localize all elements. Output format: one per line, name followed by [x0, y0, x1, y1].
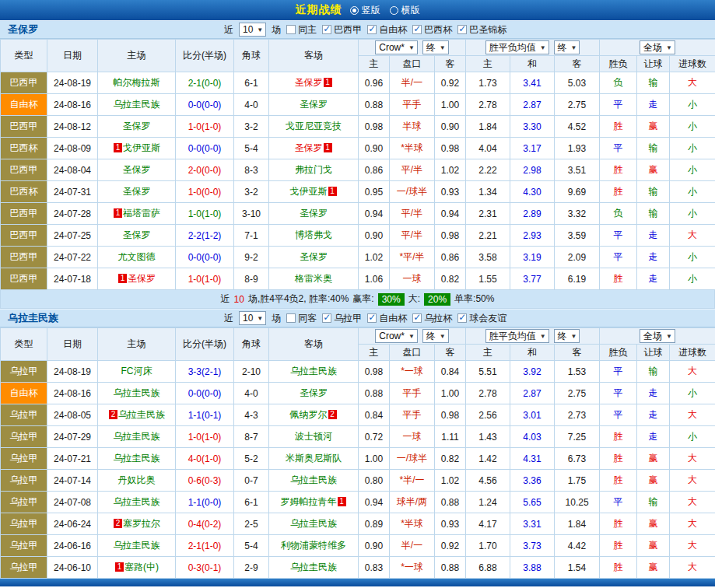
radio-icon[interactable]	[390, 6, 398, 15]
away-team-name[interactable]: 米斯奥尼斯队	[286, 453, 342, 464]
competition-checkbox-2[interactable]: 乌拉杯	[412, 312, 452, 325]
odds-stage-select[interactable]: 终▼	[422, 329, 449, 343]
away-team-name[interactable]: 戈亚尼亚竞技	[286, 121, 342, 131]
home-team-name[interactable]: 乌拉圭民族	[114, 453, 160, 464]
score-cell: 1-0(0-0)	[176, 181, 234, 203]
away-team-name[interactable]: 戈伊亚斯	[290, 186, 328, 197]
away-team-name[interactable]: 圣保罗	[295, 142, 323, 153]
recent-count-select[interactable]: 10▼	[239, 311, 266, 325]
checkbox-icon[interactable]	[322, 25, 331, 34]
red-card-badge: 1	[115, 562, 124, 572]
page-title: 近期战绩	[296, 3, 342, 17]
away-team-name[interactable]: 圣保罗	[300, 99, 328, 110]
avg-draw: 4.30	[510, 181, 555, 203]
away-team: 利物浦蒙特维多	[269, 535, 359, 557]
same-venue-checkbox[interactable]: 同主	[286, 23, 317, 37]
home-team-name[interactable]: 乌拉圭民族	[114, 99, 160, 110]
away-team-name[interactable]: 圣保罗	[300, 251, 328, 262]
home-team-name[interactable]: 乌拉圭民族	[114, 387, 160, 398]
away-team-name[interactable]: 博塔弗戈	[295, 229, 332, 240]
away-team-name[interactable]: 乌拉圭民族	[290, 562, 337, 572]
home-team-name[interactable]: 圣保罗	[123, 121, 151, 131]
radio-icon[interactable]	[350, 6, 359, 15]
away-team-name[interactable]: 格雷米奥	[295, 273, 332, 284]
odds-company-select[interactable]: Crow*▼	[375, 329, 418, 343]
competition-checkbox-1[interactable]: 自由杯	[367, 312, 407, 325]
avg-home: 1.84	[466, 116, 510, 138]
home-team-name[interactable]: 圣保罗	[123, 229, 151, 240]
avg-stage-select[interactable]: 终▼	[554, 40, 580, 54]
away-team-name[interactable]: 圣保罗	[300, 208, 328, 219]
home-team-name[interactable]: 尤文图德	[118, 251, 156, 262]
avg-home: 3.58	[466, 247, 510, 268]
competition-badge: 乌拉甲	[1, 404, 47, 426]
home-team-name[interactable]: FC河床	[121, 366, 152, 376]
competition-checkbox-1[interactable]: 自由杯	[367, 23, 407, 37]
away-team-name[interactable]: 弗拉门戈	[295, 164, 332, 175]
checkbox-icon[interactable]	[367, 313, 377, 323]
odds-home: 0.90	[359, 138, 390, 159]
competition-badge: 巴西杯	[1, 181, 47, 203]
scope-select[interactable]: 全场▼	[640, 40, 675, 54]
away-team: 佩纳罗尔2	[269, 404, 359, 426]
checkbox-icon[interactable]	[457, 313, 467, 323]
checkbox-icon[interactable]	[457, 25, 467, 34]
avg-odds-select[interactable]: 胜平负均值▼	[485, 329, 549, 343]
home-team-name[interactable]: 乌拉圭民族	[114, 540, 160, 551]
checkbox-icon[interactable]	[322, 313, 331, 323]
competition-checkbox-3[interactable]: 球会友谊	[457, 312, 506, 325]
result-goals: 大	[670, 557, 715, 579]
home-team-name[interactable]: 福塔雷萨	[123, 208, 160, 219]
checkbox-icon[interactable]	[412, 313, 422, 323]
home-team-name[interactable]: 乌拉圭民族	[114, 496, 160, 507]
home-team-name[interactable]: 圣保罗	[123, 164, 151, 175]
score-cell: 0-6(0-3)	[176, 470, 234, 492]
away-team-name[interactable]: 乌拉圭民族	[290, 474, 337, 485]
away-team-name[interactable]: 乌拉圭民族	[290, 518, 337, 529]
checkbox-icon[interactable]	[286, 313, 296, 323]
odds-away: 0.98	[435, 225, 466, 247]
away-team-name[interactable]: 圣保罗	[300, 387, 328, 398]
odds-stage-select[interactable]: 终▼	[422, 40, 449, 54]
odds-away: 0.98	[435, 138, 466, 159]
away-team-name[interactable]: 圣保罗	[295, 77, 323, 88]
result-handicap: 走	[637, 383, 670, 404]
odds-away: 1.00	[435, 94, 466, 116]
away-team-name[interactable]: 波士顿河	[295, 431, 332, 442]
away-team-name[interactable]: 罗姆帕拉青年	[281, 496, 337, 507]
away-team-name[interactable]: 乌拉圭民族	[290, 366, 337, 376]
home-team-name[interactable]: 圣保罗	[123, 186, 151, 197]
home-team-name[interactable]: 圣保罗	[128, 273, 156, 284]
result-handicap: 赢	[637, 448, 670, 470]
view-option-0[interactable]: 竖版	[350, 4, 380, 17]
odds-home: 1.00	[359, 448, 390, 470]
col-home-header: 主场	[98, 40, 176, 72]
avg-header-cell: 胜平负均值▼终▼	[466, 40, 600, 56]
checkbox-icon[interactable]	[286, 25, 296, 34]
checkbox-icon[interactable]	[367, 25, 377, 34]
competition-checkbox-3[interactable]: 巴圣锦标	[457, 23, 506, 37]
home-team-name[interactable]: 乌拉圭民族	[114, 431, 160, 442]
odds-home: 1.02	[359, 247, 390, 268]
competition-checkbox-0[interactable]: 乌拉甲	[322, 312, 362, 325]
same-venue-checkbox[interactable]: 同客	[286, 312, 317, 325]
avg-odds-select[interactable]: 胜平负均值▼	[485, 40, 549, 54]
avg-stage-select[interactable]: 终▼	[554, 329, 580, 343]
home-team-name[interactable]: 丹奴比奥	[118, 474, 156, 485]
competition-checkbox-2[interactable]: 巴西杯	[412, 23, 452, 37]
home-team-name[interactable]: 乌拉圭民族	[118, 409, 165, 420]
competition-checkbox-0[interactable]: 巴西甲	[322, 23, 362, 37]
view-option-1[interactable]: 横版	[390, 4, 420, 17]
home-team-name[interactable]: 塞罗拉尔	[123, 518, 160, 529]
away-team-name[interactable]: 佩纳罗尔	[290, 409, 328, 420]
home-team-name[interactable]: 帕尔梅拉斯	[114, 77, 160, 88]
odds-company-select[interactable]: Crow*▼	[375, 40, 418, 54]
scope-select[interactable]: 全场▼	[640, 329, 675, 343]
home-team-name[interactable]: 戈伊亚斯	[123, 142, 160, 153]
home-team-name[interactable]: 塞路(中)	[124, 562, 159, 572]
odds-home: 0.88	[359, 383, 390, 404]
recent-count-select[interactable]: 10▼	[239, 23, 266, 37]
away-team-name[interactable]: 利物浦蒙特维多	[281, 540, 346, 551]
checkbox-icon[interactable]	[412, 25, 422, 34]
result-goals: 大	[670, 513, 715, 535]
